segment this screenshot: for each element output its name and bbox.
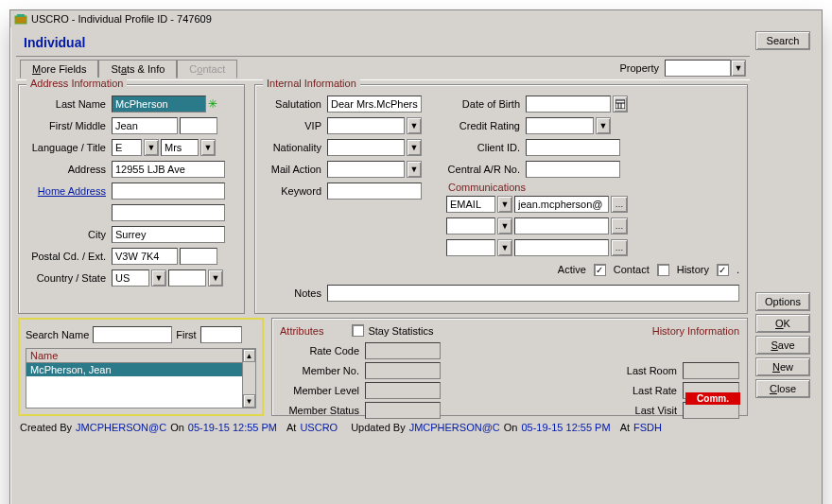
first-name-input[interactable] <box>112 117 178 134</box>
car-input[interactable] <box>526 161 620 178</box>
contact-label: Contact <box>614 264 650 275</box>
ok-button[interactable]: OK <box>755 314 810 333</box>
vip-input[interactable] <box>327 117 405 134</box>
options-button[interactable]: Options <box>755 292 810 311</box>
scroll-down-icon[interactable]: ▼ <box>243 394 255 408</box>
last-visit-label: Last Visit <box>616 405 683 416</box>
comm-type-2-dropdown[interactable]: ▼ <box>497 217 512 235</box>
city-input[interactable] <box>112 226 225 243</box>
notes-label: Notes <box>263 287 327 299</box>
new-button[interactable]: New <box>755 357 810 376</box>
app-icon <box>14 12 27 26</box>
car-label: Central A/R No. <box>446 164 526 175</box>
scroll-up-icon[interactable]: ▲ <box>243 349 255 362</box>
comm-type-1-dropdown[interactable]: ▼ <box>497 196 512 213</box>
comm-type-3-dropdown[interactable]: ▼ <box>497 239 512 256</box>
postal-label: Postal Cd. / Ext. <box>26 251 112 262</box>
mailaction-label: Mail Action <box>263 164 327 175</box>
clientid-input[interactable] <box>526 139 620 156</box>
rate-code-value <box>365 342 441 359</box>
home-address-link[interactable]: Home Address <box>26 185 112 197</box>
title-input[interactable] <box>161 139 199 156</box>
comm-more-3[interactable]: … <box>611 239 628 256</box>
titlebar: USCRO - Individual Profile ID - 747609 <box>10 10 822 27</box>
comm-type-1[interactable] <box>446 196 495 213</box>
last-rate-label: Last Rate <box>616 385 683 396</box>
salutation-input[interactable] <box>327 96 422 113</box>
search-first-input[interactable] <box>200 326 242 343</box>
member-level-value <box>365 382 441 399</box>
language-dropdown-button[interactable]: ▼ <box>144 139 159 156</box>
rate-code-label: Rate Code <box>280 345 365 356</box>
country-dropdown-button[interactable]: ▼ <box>151 269 166 287</box>
last-name-input[interactable] <box>112 96 206 113</box>
address3-input[interactable] <box>112 204 225 221</box>
attributes-panel: Attributes Stay Statistics History Infor… <box>271 318 748 416</box>
middle-name-input[interactable] <box>180 117 217 134</box>
created-by: JMCPHERSON@C <box>76 422 166 433</box>
postal-ext-input[interactable] <box>180 248 217 265</box>
contact-checkbox[interactable] <box>657 264 669 276</box>
search-results-list[interactable]: Name McPherson, Jean ▲ ▼ <box>26 348 256 408</box>
state-input[interactable] <box>168 269 206 287</box>
save-button[interactable]: Save <box>755 336 810 355</box>
side-panel: Search Options OK Save New Close <box>755 27 822 495</box>
property-dropdown-button[interactable]: ▼ <box>731 60 746 77</box>
tab-stats-info[interactable]: Stats & Info <box>98 60 177 78</box>
comm-value-1[interactable] <box>514 196 609 213</box>
scrollbar[interactable]: ▲ ▼ <box>242 349 255 408</box>
keyword-input[interactable] <box>327 182 422 200</box>
postal-input[interactable] <box>112 248 178 265</box>
dob-input[interactable] <box>526 96 611 113</box>
comm-value-2[interactable] <box>514 217 609 235</box>
close-button[interactable]: Close <box>755 379 810 398</box>
first-name-label: First/ Middle <box>26 120 112 131</box>
stay-stats-checkbox[interactable] <box>352 324 364 337</box>
vip-label: VIP <box>263 120 327 131</box>
active-checkbox[interactable]: ✓ <box>594 264 606 276</box>
comm-more-2[interactable]: … <box>611 217 628 235</box>
list-row[interactable]: McPherson, Jean <box>26 363 255 376</box>
lang-title-label: Language / Title <box>26 142 112 153</box>
property-field[interactable] <box>665 60 731 77</box>
mailaction-dropdown-button[interactable]: ▼ <box>407 161 422 178</box>
contact-pick-icon[interactable]: ✳ <box>208 97 217 111</box>
vip-dropdown-button[interactable]: ▼ <box>407 117 422 134</box>
search-name-input[interactable] <box>93 326 172 343</box>
calendar-icon[interactable] <box>613 96 628 113</box>
member-no-value <box>365 362 441 379</box>
search-button[interactable]: Search <box>755 31 810 50</box>
member-no-label: Member No. <box>280 365 365 376</box>
svg-rect-2 <box>615 100 625 109</box>
credit-input[interactable] <box>526 117 594 134</box>
country-label: Country / State <box>26 272 112 284</box>
city-label: City <box>26 229 112 240</box>
comm-type-3[interactable] <box>446 239 495 256</box>
comm-more-1[interactable]: … <box>611 196 628 213</box>
country-input[interactable] <box>112 269 149 287</box>
last-room-label: Last Room <box>616 365 683 376</box>
nationality-label: Nationality <box>263 142 327 153</box>
history-checkbox[interactable]: ✓ <box>717 264 729 276</box>
active-label: Active <box>558 264 586 275</box>
keyword-label: Keyword <box>263 185 327 197</box>
nationality-dropdown-button[interactable]: ▼ <box>407 139 422 156</box>
created-on: 05-19-15 12:55 PM <box>188 422 277 433</box>
address1-input[interactable] <box>112 161 225 178</box>
mailaction-input[interactable] <box>327 161 405 178</box>
title-dropdown-button[interactable]: ▼ <box>200 139 216 156</box>
state-dropdown-button[interactable]: ▼ <box>208 269 223 287</box>
last-room-value <box>683 362 739 379</box>
comm-type-2[interactable] <box>446 217 495 235</box>
comm-value-3[interactable] <box>514 239 609 256</box>
address-label: Address <box>26 164 112 175</box>
language-input[interactable] <box>112 139 142 156</box>
notes-input[interactable] <box>327 285 739 302</box>
tab-more-fields[interactable]: More Fields <box>20 60 98 78</box>
footer: Created By JMCPHERSON@C On 05-19-15 12:5… <box>16 416 750 439</box>
member-level-label: Member Level <box>280 385 365 396</box>
credit-dropdown-button[interactable]: ▼ <box>596 117 611 134</box>
nationality-input[interactable] <box>327 139 405 156</box>
comm-badge[interactable]: Comm. <box>685 392 740 405</box>
address2-input[interactable] <box>112 182 225 200</box>
